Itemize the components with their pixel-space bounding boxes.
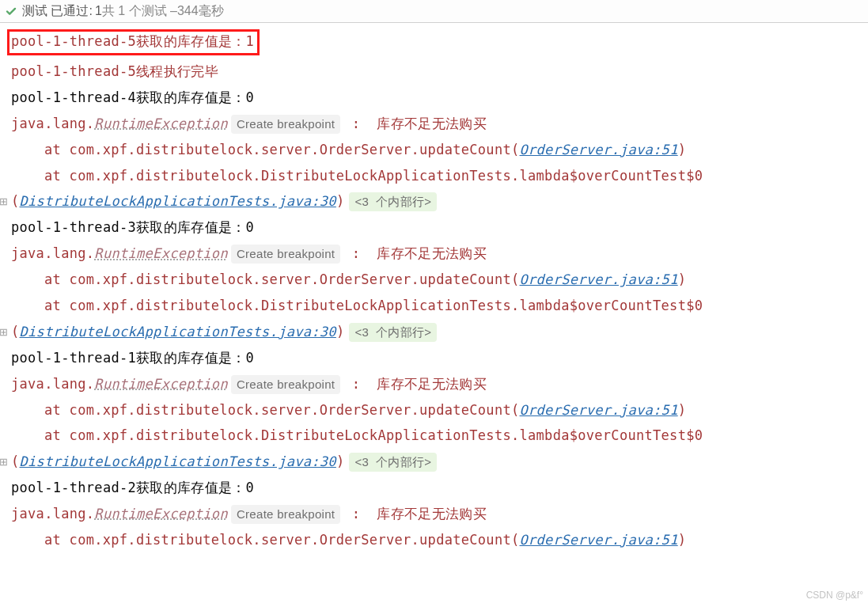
stack-frame: at com.xpf.distributelock.server.OrderSe… <box>11 528 866 554</box>
stock-label: 获取的库存值是： <box>136 33 245 49</box>
source-link[interactable]: DistributeLockApplicationTests.java:30 <box>20 453 336 469</box>
paren: ) <box>678 142 687 157</box>
stock-value: 0 <box>245 219 254 235</box>
thread-name: pool-1-thread-5 <box>11 63 136 79</box>
colon: : <box>343 376 377 392</box>
exception-package: java.lang. <box>11 376 94 392</box>
exception-class: RuntimeException <box>94 506 228 522</box>
stack-frame: at com.xpf.distributelock.DistributeLock… <box>11 423 866 450</box>
frame-text: at com.xpf.distributelock.DistributeLock… <box>44 298 703 313</box>
colon: : <box>343 245 377 261</box>
paren: ( <box>11 324 20 340</box>
exception-message: 库存不足无法购买 <box>377 376 486 392</box>
paren: ( <box>11 453 20 469</box>
stack-frame: at com.xpf.distributelock.DistributeLock… <box>11 164 866 190</box>
console-output: pool-1-thread-5获取的库存值是：1 pool-1-thread-5… <box>0 23 868 558</box>
check-icon <box>5 5 17 17</box>
colon: : <box>343 506 377 522</box>
exception-message: 库存不足无法购买 <box>377 116 486 131</box>
exception-class: RuntimeException <box>94 116 228 131</box>
console-line: pool-1-thread-3获取的库存值是：0 <box>11 215 866 241</box>
exception-line: java.lang.RuntimeExceptionCreate breakpo… <box>11 372 866 398</box>
source-link[interactable]: OrderServer.java:51 <box>520 532 678 548</box>
done-label: 线程执行完毕 <box>136 63 218 79</box>
exception-line: java.lang.RuntimeExceptionCreate breakpo… <box>11 502 866 528</box>
stock-value: 0 <box>245 350 254 366</box>
frame-text: at com.xpf.distributelock.DistributeLock… <box>44 427 703 443</box>
header-label: 测试 已通过: <box>22 2 93 20</box>
source-link[interactable]: OrderServer.java:51 <box>520 402 678 418</box>
paren: ) <box>336 193 345 209</box>
colon: : <box>343 116 377 131</box>
stock-value: 0 <box>245 89 254 105</box>
highlight-annotation: pool-1-thread-5获取的库存值是：1 <box>7 29 260 55</box>
exception-line: java.lang.RuntimeExceptionCreate breakpo… <box>11 241 866 267</box>
frame-text: at com.xpf.distributelock.DistributeLock… <box>44 168 703 184</box>
source-link[interactable]: DistributeLockApplicationTests.java:30 <box>20 193 336 209</box>
fold-toggle[interactable]: <3 个内部行> <box>349 192 437 211</box>
paren: ) <box>678 271 687 287</box>
stack-frame: at com.xpf.distributelock.server.OrderSe… <box>11 138 866 164</box>
expand-icon[interactable]: ⊞ <box>0 195 8 209</box>
stack-frame: at com.xpf.distributelock.server.OrderSe… <box>11 398 866 424</box>
source-link[interactable]: OrderServer.java:51 <box>520 271 678 287</box>
fold-toggle[interactable]: <3 个内部行> <box>349 323 437 342</box>
stack-frame-cont: ⊞(DistributeLockApplicationTests.java:30… <box>11 189 866 215</box>
console-line: pool-1-thread-5线程执行完毕 <box>11 59 866 85</box>
header-passed-count: 1 <box>95 2 102 20</box>
console-line: pool-1-thread-2获取的库存值是：0 <box>11 476 866 502</box>
create-breakpoint-button[interactable]: Create breakpoint <box>231 505 340 524</box>
create-breakpoint-button[interactable]: Create breakpoint <box>231 375 340 394</box>
thread-name: pool-1-thread-4 <box>11 89 136 105</box>
source-link[interactable]: DistributeLockApplicationTests.java:30 <box>20 324 336 340</box>
console-line: pool-1-thread-5获取的库存值是：1 <box>11 28 866 59</box>
expand-icon[interactable]: ⊞ <box>0 455 8 469</box>
header-duration: 344毫秒 <box>177 2 224 20</box>
console-line: pool-1-thread-1获取的库存值是：0 <box>11 346 866 372</box>
source-link[interactable]: OrderServer.java:51 <box>520 142 678 157</box>
stock-label: 获取的库存值是： <box>136 350 245 366</box>
fold-toggle[interactable]: <3 个内部行> <box>349 453 437 472</box>
exception-package: java.lang. <box>11 506 94 522</box>
paren: ) <box>678 402 687 418</box>
exception-package: java.lang. <box>11 116 94 131</box>
console-line: pool-1-thread-4获取的库存值是：0 <box>11 85 866 112</box>
frame-text: at com.xpf.distributelock.server.OrderSe… <box>44 271 520 287</box>
header-total: 共 1 个测试 – <box>102 2 177 20</box>
thread-name: pool-1-thread-5 <box>11 33 136 49</box>
expand-icon[interactable]: ⊞ <box>0 325 8 340</box>
paren: ) <box>678 532 687 548</box>
exception-message: 库存不足无法购买 <box>377 506 486 522</box>
frame-text: at com.xpf.distributelock.server.OrderSe… <box>44 142 520 157</box>
exception-line: java.lang.RuntimeExceptionCreate breakpo… <box>11 112 866 138</box>
thread-name: pool-1-thread-2 <box>11 480 136 495</box>
stack-frame-cont: ⊞(DistributeLockApplicationTests.java:30… <box>11 450 866 476</box>
stock-label: 获取的库存值是： <box>136 89 245 105</box>
stack-frame: at com.xpf.distributelock.DistributeLock… <box>11 294 866 320</box>
stack-frame-cont: ⊞(DistributeLockApplicationTests.java:30… <box>11 320 866 346</box>
test-status-bar: 测试 已通过: 1 共 1 个测试 – 344毫秒 <box>0 0 868 23</box>
paren: ) <box>336 453 345 469</box>
thread-name: pool-1-thread-3 <box>11 219 136 235</box>
stock-value: 1 <box>245 33 254 49</box>
stock-label: 获取的库存值是： <box>136 480 245 495</box>
thread-name: pool-1-thread-1 <box>11 350 136 366</box>
paren: ( <box>11 193 20 209</box>
paren: ) <box>336 324 345 340</box>
exception-message: 库存不足无法购买 <box>377 245 486 261</box>
frame-text: at com.xpf.distributelock.server.OrderSe… <box>44 532 520 548</box>
stock-label: 获取的库存值是： <box>136 219 245 235</box>
create-breakpoint-button[interactable]: Create breakpoint <box>231 115 340 134</box>
create-breakpoint-button[interactable]: Create breakpoint <box>231 245 340 264</box>
exception-class: RuntimeException <box>94 376 228 392</box>
frame-text: at com.xpf.distributelock.server.OrderSe… <box>44 402 520 418</box>
stock-value: 0 <box>245 480 254 495</box>
exception-class: RuntimeException <box>94 245 228 261</box>
exception-package: java.lang. <box>11 245 94 261</box>
stack-frame: at com.xpf.distributelock.server.OrderSe… <box>11 267 866 294</box>
